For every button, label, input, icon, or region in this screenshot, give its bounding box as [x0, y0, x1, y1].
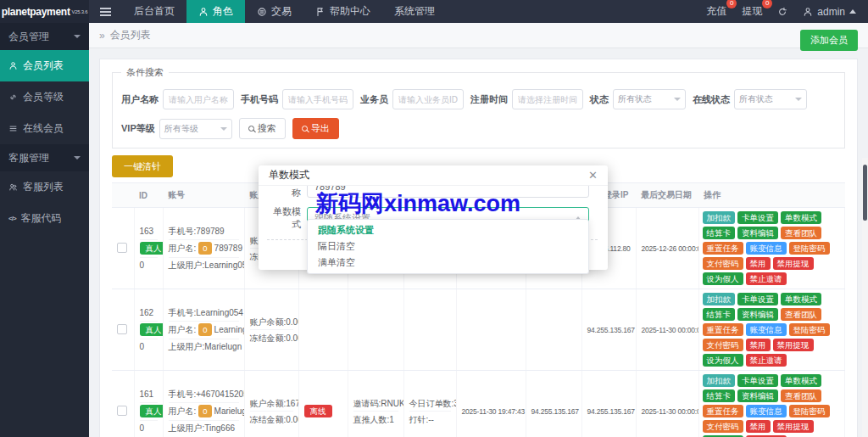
- select-all-header: [112, 183, 134, 208]
- op-button[interactable]: 查看团队: [781, 389, 821, 402]
- chevron-down-icon: [74, 35, 81, 38]
- op-button[interactable]: 设为假人: [703, 272, 743, 285]
- op-button[interactable]: 禁用提现: [773, 420, 814, 433]
- nav-system[interactable]: 系统管理: [382, 0, 447, 23]
- regtime-input[interactable]: [512, 89, 583, 109]
- recharge-link[interactable]: 充值0: [706, 4, 726, 19]
- op-button[interactable]: 禁止邀请: [746, 354, 787, 367]
- top-nav: 后台首页 角色 交易 帮助中心 系统管理: [122, 0, 447, 23]
- sidebar-collapse-icon[interactable]: [89, 0, 122, 23]
- op-button[interactable]: 登陆密码: [789, 323, 830, 336]
- op-button[interactable]: 登陆密码: [789, 405, 830, 417]
- field-username: 用户名称: [121, 89, 234, 109]
- admin-menu[interactable]: admin: [803, 6, 856, 18]
- op-button[interactable]: 卡单设置: [737, 211, 778, 224]
- op-button[interactable]: 加扣款: [703, 374, 736, 387]
- user-level-badge: 0: [198, 242, 211, 255]
- scrollbar-thumb[interactable]: [863, 165, 867, 221]
- op-button[interactable]: 单数模式: [781, 374, 821, 387]
- withdraw-link[interactable]: 提现0: [742, 4, 762, 19]
- op-button[interactable]: 重置任务: [703, 242, 743, 255]
- op-button[interactable]: 支付密码: [703, 420, 743, 433]
- cell-ops: 加扣款卡单设置单数模式结算卡资料编辑查看团队重置任务账变信息登陆密码支付密码禁用…: [698, 371, 845, 437]
- user-level-badge: 0: [198, 323, 211, 336]
- online-status-select[interactable]: 所有状态: [734, 89, 807, 109]
- sidebar-item-member-level[interactable]: 会员等级: [0, 81, 89, 113]
- op-button[interactable]: 设为假人: [703, 354, 743, 367]
- op-button[interactable]: 禁用: [746, 420, 771, 433]
- op-button[interactable]: 加扣款: [703, 211, 736, 224]
- vip-select[interactable]: 所有等级: [159, 119, 232, 139]
- nav-dashboard[interactable]: 后台首页: [122, 0, 186, 23]
- op-button[interactable]: 资料编辑: [737, 389, 778, 402]
- refresh-icon[interactable]: [777, 7, 787, 17]
- cell-checkbox: [112, 208, 134, 289]
- op-button[interactable]: 加扣款: [703, 293, 736, 305]
- op-button[interactable]: 账变信息: [746, 323, 787, 336]
- op-button[interactable]: 重置任务: [703, 323, 743, 336]
- op-button[interactable]: 结算卡: [703, 389, 736, 402]
- admin-user-icon: [803, 7, 813, 17]
- op-button[interactable]: 卡单设置: [737, 293, 778, 305]
- op-button[interactable]: 单数模式: [781, 211, 821, 224]
- op-button[interactable]: 重置任务: [703, 405, 743, 417]
- sidebar-item-member-list[interactable]: 会员列表: [0, 50, 89, 81]
- op-button[interactable]: 单数模式: [781, 293, 821, 305]
- user-level-badge: 0: [198, 405, 211, 417]
- op-button[interactable]: 结算卡: [703, 308, 736, 321]
- op-button[interactable]: 禁止邀请: [746, 272, 787, 285]
- op-button[interactable]: 查看团队: [781, 227, 821, 239]
- username-input[interactable]: [163, 89, 234, 109]
- nav-roles[interactable]: 角色: [186, 0, 245, 23]
- op-button[interactable]: 账变信息: [746, 242, 787, 255]
- admin-name: admin: [817, 6, 845, 18]
- op-button[interactable]: 禁用: [746, 257, 771, 270]
- salesman-input[interactable]: [392, 89, 464, 109]
- sidebar-item-online-members[interactable]: 在线会员: [0, 113, 89, 144]
- cell-id: 163 真人 0: [134, 208, 163, 289]
- dropdown-option[interactable]: 满单清空: [308, 255, 588, 271]
- cell-account: 手机号:+46704152053 用户名:0Marielugn 上级用户:Tin…: [163, 371, 244, 437]
- op-button[interactable]: 查看团队: [781, 308, 821, 321]
- nav-help[interactable]: 帮助中心: [303, 0, 382, 23]
- op-button[interactable]: 禁用提现: [773, 257, 814, 270]
- sidebar-item-support-list[interactable]: 客服列表: [0, 171, 89, 203]
- cell-lastip: 94.255.135.167: [581, 289, 636, 371]
- clear-all-button[interactable]: 一键清针: [112, 155, 173, 177]
- op-button[interactable]: 结算卡: [703, 227, 736, 239]
- op-button[interactable]: 禁用提现: [773, 339, 814, 351]
- col-header: ID: [134, 183, 163, 208]
- cell-ops: 加扣款卡单设置单数模式结算卡资料编辑查看团队重置任务账变信息登陆密码支付密码禁用…: [698, 208, 845, 289]
- op-button[interactable]: 禁用: [746, 339, 771, 351]
- op-button[interactable]: 资料编辑: [737, 227, 778, 239]
- sidebar-section-members[interactable]: 会员管理: [0, 23, 89, 50]
- cell-regtime: 2025-11-30 19:47:43: [456, 371, 526, 437]
- op-button[interactable]: 支付密码: [703, 339, 743, 351]
- modal-header: 单数模式 ✕: [259, 165, 608, 186]
- search-button[interactable]: 搜索: [239, 118, 286, 139]
- row-checkbox[interactable]: [117, 324, 127, 334]
- export-button[interactable]: 导出: [292, 118, 339, 139]
- op-button[interactable]: 登陆密码: [789, 242, 830, 255]
- sidebar-item-support-code[interactable]: </> 客服代码: [0, 203, 89, 234]
- status-select[interactable]: 所有状态: [613, 89, 686, 109]
- row-checkbox[interactable]: [117, 243, 127, 253]
- op-button[interactable]: 资料编辑: [737, 308, 778, 321]
- search-icon: [302, 126, 308, 132]
- op-button[interactable]: 支付密码: [703, 257, 743, 270]
- user-icon: [8, 61, 18, 70]
- dropdown-option[interactable]: 隔日清空: [308, 238, 588, 255]
- cell-invite: 邀请码:RNUKYW直推人数:1: [348, 371, 403, 437]
- chevron-down-icon: [674, 98, 681, 101]
- dropdown-option[interactable]: 跟随系统设置: [308, 222, 588, 238]
- phone-input[interactable]: [282, 89, 353, 109]
- op-button[interactable]: 账变信息: [746, 405, 787, 417]
- close-icon[interactable]: ✕: [588, 170, 598, 181]
- nav-trade[interactable]: 交易: [245, 0, 303, 23]
- search-icon: [248, 126, 254, 132]
- add-member-button[interactable]: 添加会员: [800, 30, 858, 51]
- sidebar-section-support[interactable]: 客服管理: [0, 144, 89, 171]
- op-button[interactable]: 卡单设置: [737, 374, 778, 387]
- cell-lastdate: 2025-12-26 00:00:00: [636, 208, 698, 289]
- row-checkbox[interactable]: [117, 406, 127, 416]
